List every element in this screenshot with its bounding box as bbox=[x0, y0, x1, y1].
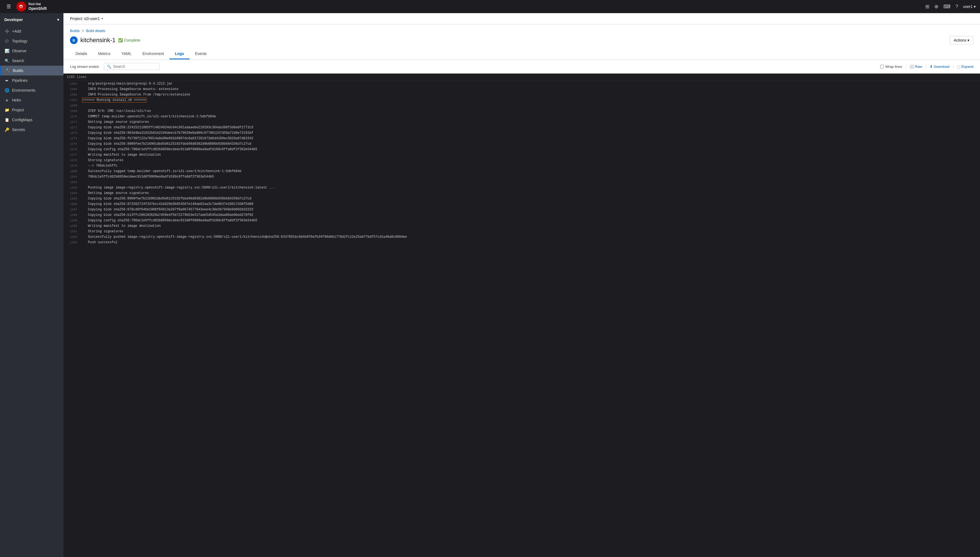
sidebar-nav-icon: 🔨 bbox=[5, 68, 10, 73]
sidebar-item-observe[interactable]: 📊Observe bbox=[0, 46, 63, 56]
sidebar-item-addadd[interactable]: ➕+Add bbox=[0, 26, 63, 36]
sidebar-nav-icon: ⎈ bbox=[4, 98, 9, 102]
perspective-switcher[interactable]: Developer ▾ bbox=[0, 15, 63, 24]
log-line-number: 1279 bbox=[63, 163, 80, 169]
sidebar-nav-icon: ⬌ bbox=[4, 78, 9, 83]
terminal-icon[interactable]: ⌨ bbox=[943, 3, 951, 10]
page-header: Builds > Build details B kitchensink-1 ✅… bbox=[63, 24, 980, 60]
log-line: 1278 Storing signatures bbox=[63, 158, 980, 163]
wrap-lines-toggle[interactable]: Wrap lines bbox=[880, 65, 902, 68]
log-line-number: 1276 bbox=[63, 147, 80, 152]
build-type-icon: B bbox=[70, 36, 78, 44]
tab-environment[interactable]: Environment bbox=[137, 49, 169, 59]
logs-toolbar: Log stream ended. 🔍 Wrap lines | ⬜ Raw bbox=[63, 60, 980, 73]
log-line-content: Push successful bbox=[80, 239, 980, 245]
check-circle-icon: ✅ bbox=[118, 38, 123, 42]
tab-events[interactable]: Events bbox=[190, 49, 212, 59]
log-line: 1282 bbox=[63, 179, 980, 185]
raw-link[interactable]: ⬜ Raw bbox=[909, 65, 922, 68]
sidebar-nav-icon: 🔍 bbox=[4, 59, 9, 63]
log-line-content: Copying blob sha256:fb736f122a76014a9a90… bbox=[80, 136, 980, 141]
log-line-number: 1271 bbox=[63, 119, 80, 125]
breadcrumb-builds-link[interactable]: Builds bbox=[70, 29, 80, 33]
log-line-number: 1273 bbox=[63, 130, 80, 136]
log-line-number: 1292 bbox=[63, 234, 80, 239]
log-line-content: 796dc1e5ffcd82b8850ecdeec913d0f9909ea9ad… bbox=[80, 174, 980, 179]
sidebar-nav-icon: 🌐 bbox=[4, 88, 9, 93]
log-line-content: Copying blob sha256:678cd6f646e1906f8461… bbox=[80, 207, 980, 212]
tab-details[interactable]: Details bbox=[70, 49, 93, 59]
chevron-down-icon: ▾ bbox=[57, 18, 59, 22]
sidebar-item-project[interactable]: 📁Project bbox=[0, 105, 63, 115]
log-line: 1289 Copying config sha256:796dc1e5ffcd8… bbox=[63, 218, 980, 223]
top-navbar: ☰ ⛑ Red Hat OpenShift ⊞ ⊕ ⌨ ? user1 ▾ bbox=[0, 0, 980, 13]
log-line: 1277 Writing manifest to image destinati… bbox=[63, 152, 980, 158]
sidebar-item-configmaps[interactable]: 📋ConfigMaps bbox=[0, 115, 63, 125]
wrap-lines-checkbox[interactable] bbox=[880, 65, 884, 68]
breadcrumb-current: Build details bbox=[86, 29, 105, 33]
log-line-number: 1284 bbox=[63, 191, 80, 196]
log-line: 1269 STEP 9/9: CMD /usr/local/s2i/run bbox=[63, 108, 980, 114]
sidebar-nav-icon: ⬡ bbox=[4, 39, 9, 43]
actions-button[interactable]: Actions ▾ bbox=[950, 36, 973, 44]
log-line-content: Successfully pushed image-registry.opens… bbox=[80, 234, 980, 239]
log-line-number: 1286 bbox=[63, 201, 80, 207]
log-viewer[interactable]: 1293 lines 1264 org/postgresql/main/post… bbox=[63, 73, 980, 557]
log-line-number: 1269 bbox=[63, 108, 80, 114]
help-icon[interactable]: ? bbox=[956, 4, 958, 10]
log-line-number: 1265 bbox=[63, 86, 80, 92]
log-line-number: 1283 bbox=[63, 185, 80, 191]
log-lines: 1264 org/postgresql/main/postgresql-9.4.… bbox=[63, 81, 980, 245]
tab-logs[interactable]: Logs bbox=[169, 49, 190, 59]
log-line-content bbox=[80, 103, 980, 103]
expand-link[interactable]: ⬚ Expand bbox=[957, 65, 973, 68]
log-line: 1284 Getting image source signatures bbox=[63, 191, 980, 196]
hamburger-menu[interactable]: ☰ bbox=[4, 2, 13, 11]
project-selector[interactable]: Project: s2i-user1 ▾ bbox=[70, 16, 103, 21]
log-line-content: Copying blob sha256:063d4ba31922b81b2246… bbox=[80, 130, 980, 136]
sidebar-item-topology[interactable]: ⬡Topology bbox=[0, 36, 63, 46]
raw-icon: ⬜ bbox=[909, 65, 914, 68]
log-line-content: >>>>>> Running install.sh <<<<<< bbox=[80, 98, 980, 103]
search-icon: 🔍 bbox=[107, 65, 111, 68]
log-line: 1293 Push successful bbox=[63, 239, 980, 245]
build-name: kitchensink-1 bbox=[80, 37, 115, 44]
sidebar-item-secrets[interactable]: 🔑Secrets bbox=[0, 125, 63, 135]
sidebar-item-environments[interactable]: 🌐Environments bbox=[0, 85, 63, 95]
log-search-input[interactable] bbox=[113, 64, 157, 68]
sidebar-item-pipelines[interactable]: ⬌Pipelines bbox=[0, 75, 63, 85]
sidebar: Developer ▾ ➕+Add⬡Topology📊Observe🔍Searc… bbox=[0, 13, 63, 557]
status-badge: ✅ Complete bbox=[118, 38, 140, 42]
sidebar-item-builds[interactable]: 🔨Builds bbox=[0, 66, 63, 75]
log-line-number: 1264 bbox=[63, 81, 80, 86]
log-line: 1271 Getting image source signatures bbox=[63, 119, 980, 125]
sidebar-nav-icon: 📊 bbox=[4, 49, 9, 53]
plus-circle-icon[interactable]: ⊕ bbox=[934, 3, 938, 10]
log-line: 1265 INFO Processing ImageSource mounts:… bbox=[63, 86, 980, 92]
sidebar-item-search[interactable]: 🔍Search bbox=[0, 56, 63, 66]
log-line-number: 1289 bbox=[63, 218, 80, 223]
log-line-content: Writing manifest to image destination bbox=[80, 152, 980, 158]
log-line: 1280 Successfully tagged temp.builder.op… bbox=[63, 169, 980, 174]
sidebar-item-helm[interactable]: ⎈Helm bbox=[0, 95, 63, 105]
user-menu[interactable]: user1 ▾ bbox=[963, 4, 976, 9]
brand-bottom: OpenShift bbox=[28, 6, 47, 11]
expand-icon: ⬚ bbox=[957, 65, 960, 68]
log-line: 1270 COMMIT temp.builder.openshift.io/s2… bbox=[63, 114, 980, 119]
log-line-content: org/postgresql/main/postgresql-9.4.1212.… bbox=[80, 81, 980, 86]
log-line-number: 1281 bbox=[63, 174, 80, 179]
log-lines-count: 1293 lines bbox=[63, 73, 980, 81]
log-line: 1287 Copying blob sha256:678cd6f646e1906… bbox=[63, 207, 980, 212]
main-content: Project: s2i-user1 ▾ Builds > Build deta… bbox=[63, 13, 980, 557]
tab-metrics[interactable]: Metrics bbox=[93, 49, 116, 59]
grid-icon[interactable]: ⊞ bbox=[925, 3, 930, 10]
log-line-content: Pushing image image-registry.openshift-i… bbox=[80, 185, 980, 191]
log-line-number: 1278 bbox=[63, 158, 80, 163]
log-line-content: Successfully tagged temp.builder.openshi… bbox=[80, 169, 980, 174]
log-line-content bbox=[80, 179, 980, 180]
log-line-content: Getting image source signatures bbox=[80, 191, 980, 196]
sidebar-nav-icon: 📋 bbox=[4, 118, 9, 122]
log-line-content: Copying blob sha256:22415211085ffc482492… bbox=[80, 125, 980, 130]
download-link[interactable]: ⬇ Download bbox=[930, 65, 950, 68]
tab-yaml[interactable]: YAML bbox=[116, 49, 137, 59]
